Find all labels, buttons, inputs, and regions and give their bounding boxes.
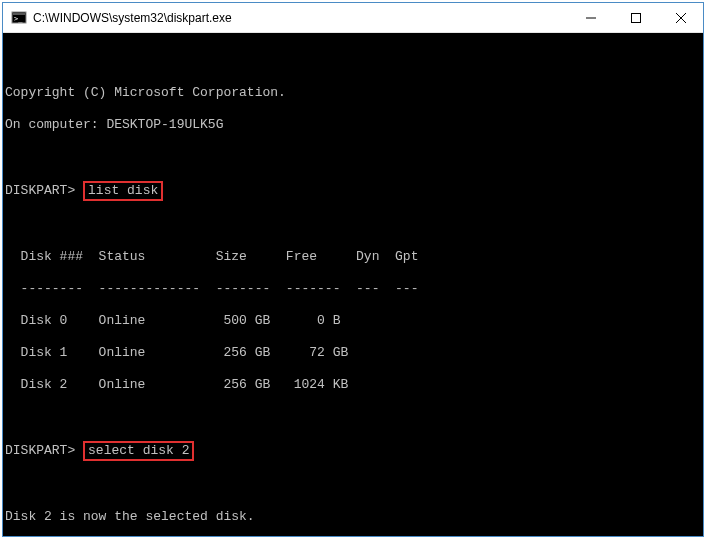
app-icon: >_ [11,10,27,26]
minimize-button[interactable] [568,3,613,32]
terminal-output[interactable]: Copyright (C) Microsoft Corporation. On … [3,33,703,536]
cmd-select-disk: select disk 2 [83,441,194,461]
prompt: DISKPART> [5,183,75,198]
prompt-line-2: DISKPART> select disk 2 [5,441,701,461]
svg-text:>_: >_ [14,15,23,23]
disk-header: Disk ### Status Size Free Dyn Gpt [5,249,701,265]
computer-line: On computer: DESKTOP-19ULK5G [5,117,701,133]
disk-divider: -------- ------------- ------- ------- -… [5,281,701,297]
close-button[interactable] [658,3,703,32]
prompt: DISKPART> [5,443,75,458]
select-disk-msg: Disk 2 is now the selected disk. [5,509,701,525]
maximize-button[interactable] [613,3,658,32]
app-window: >_ C:\WINDOWS\system32\diskpart.exe Copy… [2,2,704,537]
titlebar: >_ C:\WINDOWS\system32\diskpart.exe [3,3,703,33]
copyright-line: Copyright (C) Microsoft Corporation. [5,85,701,101]
disk-row: Disk 0 Online 500 GB 0 B [5,313,701,329]
prompt-line-1: DISKPART> list disk [5,181,701,201]
disk-row: Disk 2 Online 256 GB 1024 KB [5,377,701,393]
disk-row: Disk 1 Online 256 GB 72 GB [5,345,701,361]
window-controls [568,3,703,32]
window-title: C:\WINDOWS\system32\diskpart.exe [33,11,568,25]
cmd-list-disk: list disk [83,181,163,201]
svg-rect-4 [631,13,640,22]
